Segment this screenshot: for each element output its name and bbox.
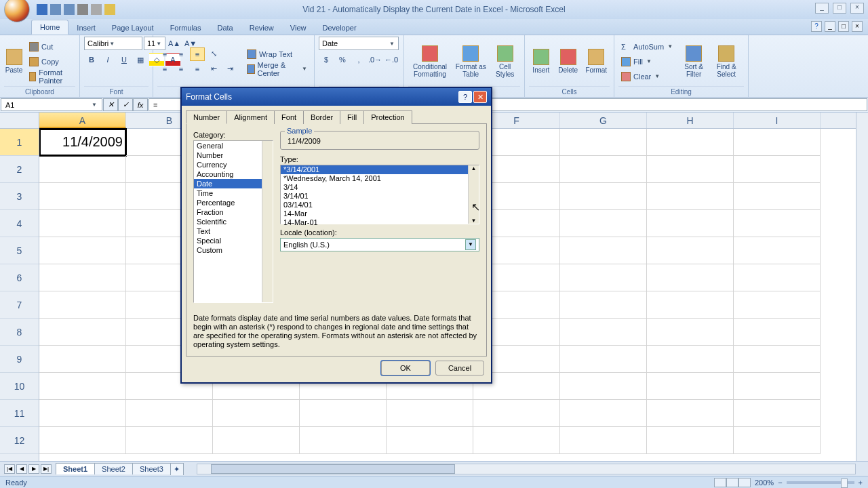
format-painter-button[interactable]: Format Painter xyxy=(26,70,75,83)
category-item-special[interactable]: Special xyxy=(194,236,273,245)
orientation-button[interactable]: ⤡ xyxy=(206,47,221,61)
cell[interactable] xyxy=(39,373,126,400)
cell[interactable] xyxy=(560,237,647,264)
cell[interactable] xyxy=(647,264,734,291)
italic-button[interactable]: I xyxy=(100,53,115,66)
autosum-button[interactable]: Σ AutoSum▼ xyxy=(618,40,676,54)
cancel-formula-button[interactable]: ✕ xyxy=(103,98,118,111)
cell[interactable] xyxy=(300,400,387,427)
decrease-indent-button[interactable]: ⇤ xyxy=(206,62,221,76)
dialog-tab-protection[interactable]: Protection xyxy=(363,110,412,124)
type-item[interactable]: 3/14 xyxy=(281,183,479,192)
cell[interactable] xyxy=(734,346,821,373)
normal-view-button[interactable] xyxy=(714,478,726,487)
cut-button[interactable]: Cut xyxy=(26,40,75,54)
sheet-tab-3[interactable]: Sheet3 xyxy=(132,463,171,474)
scroll-down-icon[interactable]: ▼ xyxy=(471,218,477,224)
cell[interactable] xyxy=(647,400,734,427)
cell[interactable] xyxy=(734,183,821,210)
page-layout-view-button[interactable] xyxy=(726,478,738,487)
cell[interactable] xyxy=(734,210,821,237)
cell[interactable] xyxy=(39,400,126,427)
number-format-combo[interactable]: Date▼ xyxy=(319,37,399,50)
cell[interactable] xyxy=(647,319,734,346)
preview-icon[interactable] xyxy=(91,4,102,15)
cell[interactable] xyxy=(560,319,647,346)
cell[interactable] xyxy=(647,156,734,183)
cell[interactable] xyxy=(126,400,213,427)
cell[interactable] xyxy=(39,319,126,346)
zoom-slider[interactable] xyxy=(787,481,854,484)
format-as-table-button[interactable]: Format as Table xyxy=(454,40,487,83)
cell[interactable] xyxy=(473,427,560,454)
wrap-text-button[interactable]: Wrap Text xyxy=(244,47,310,61)
tab-home[interactable]: Home xyxy=(31,20,68,35)
category-item-currency[interactable]: Currency xyxy=(194,160,273,169)
print-icon[interactable] xyxy=(77,4,88,15)
dialog-close-button[interactable]: ✕ xyxy=(473,91,487,103)
cell[interactable] xyxy=(647,291,734,319)
redo-icon[interactable] xyxy=(64,4,75,15)
align-middle-button[interactable]: ≡ xyxy=(174,47,189,61)
cell[interactable] xyxy=(647,373,734,400)
category-item-date[interactable]: Date xyxy=(194,179,273,188)
cell[interactable] xyxy=(560,264,647,291)
select-all-corner[interactable] xyxy=(0,113,39,129)
type-list[interactable]: *3/14/2001 *Wednesday, March 14, 2001 3/… xyxy=(280,165,479,224)
cell[interactable] xyxy=(126,427,213,454)
cell[interactable] xyxy=(734,237,821,264)
category-item-general[interactable]: General xyxy=(194,141,273,150)
new-sheet-button[interactable]: ✦ xyxy=(170,463,184,475)
category-item-time[interactable]: Time xyxy=(194,188,273,198)
sheet-nav-prev[interactable]: ◀ xyxy=(16,464,27,474)
category-item-number[interactable]: Number xyxy=(194,150,273,160)
type-item[interactable]: 14-Mar xyxy=(281,209,479,218)
align-bottom-button[interactable]: ≡ xyxy=(190,47,205,61)
cell[interactable] xyxy=(213,400,300,427)
save-icon[interactable] xyxy=(37,4,47,15)
type-item[interactable]: *3/14/2001 xyxy=(281,165,479,174)
cancel-button[interactable]: Cancel xyxy=(435,361,484,375)
cell[interactable] xyxy=(647,210,734,237)
cell[interactable] xyxy=(560,427,647,454)
row-header-7[interactable]: 7 xyxy=(0,291,39,319)
cell[interactable] xyxy=(647,183,734,210)
fill-button[interactable]: Fill▼ xyxy=(618,55,676,68)
tab-insert[interactable]: Insert xyxy=(68,21,104,35)
cell-a1[interactable]: 11/4/2009 xyxy=(39,129,126,156)
underline-button[interactable]: U xyxy=(117,53,132,66)
cell[interactable] xyxy=(734,264,821,291)
type-item[interactable]: 3/14/01 xyxy=(281,192,479,201)
format-cells-button[interactable]: Format xyxy=(583,40,610,83)
row-header-5[interactable]: 5 xyxy=(0,237,39,264)
minimize-button[interactable]: _ xyxy=(815,3,829,14)
cell[interactable] xyxy=(734,291,821,319)
help-icon[interactable]: ? xyxy=(811,21,822,32)
enter-formula-button[interactable]: ✓ xyxy=(118,98,133,111)
zoom-out-button[interactable]: − xyxy=(778,479,782,487)
sort-filter-button[interactable]: Sort & Filter xyxy=(679,40,709,83)
cell[interactable] xyxy=(560,400,647,427)
dialog-tab-fill[interactable]: Fill xyxy=(340,110,364,124)
cell[interactable] xyxy=(647,129,734,156)
align-left-button[interactable]: ≡ xyxy=(157,62,172,76)
tab-formulas[interactable]: Formulas xyxy=(162,21,210,35)
row-header-4[interactable]: 4 xyxy=(0,210,39,237)
dialog-help-button[interactable]: ? xyxy=(458,91,472,103)
maximize-button[interactable]: □ xyxy=(833,3,846,14)
cell[interactable] xyxy=(560,291,647,319)
dialog-title-bar[interactable]: Format Cells ? ✕ xyxy=(182,88,491,106)
name-box[interactable]: A1▼ xyxy=(1,98,102,111)
category-item-text[interactable]: Text xyxy=(194,226,273,236)
dialog-tab-font[interactable]: Font xyxy=(274,110,304,124)
category-scrollbar[interactable] xyxy=(262,141,273,302)
zoom-level[interactable]: 200% xyxy=(755,479,774,487)
tab-view[interactable]: View xyxy=(282,21,315,35)
cell[interactable] xyxy=(387,427,473,454)
ribbon-restore-button[interactable]: □ xyxy=(838,21,849,32)
category-item-scientific[interactable]: Scientific xyxy=(194,217,273,226)
paste-button[interactable]: Paste xyxy=(4,40,24,83)
currency-button[interactable]: $ xyxy=(319,53,334,66)
row-header-6[interactable]: 6 xyxy=(0,264,39,291)
row-header-9[interactable]: 9 xyxy=(0,346,39,373)
